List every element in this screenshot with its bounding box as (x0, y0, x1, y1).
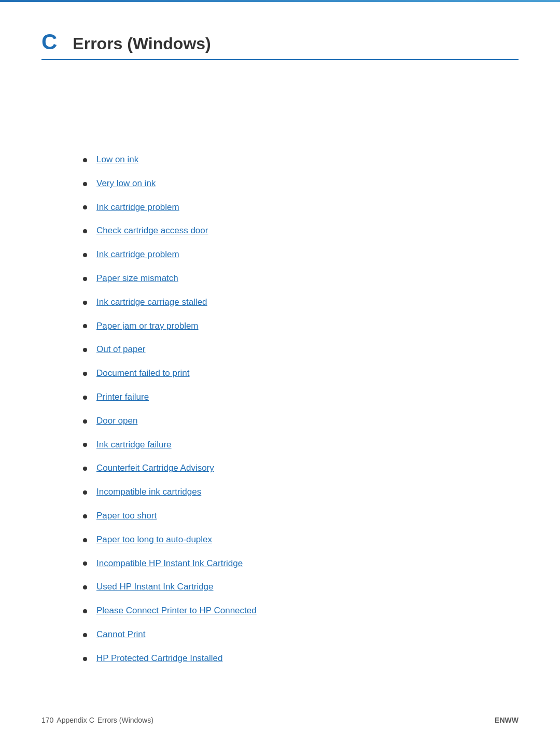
toc-list: Low on inkVery low on inkInk cartridge p… (83, 153, 519, 665)
toc-link-3[interactable]: Ink cartridge problem (96, 201, 179, 214)
list-item: Cannot Print (83, 628, 519, 641)
footer-left: 170 Appendix C Errors (Windows) (41, 716, 153, 724)
bullet-icon (83, 657, 87, 661)
top-border (0, 0, 560, 2)
toc-link-16[interactable]: Paper too short (96, 510, 157, 522)
list-item: Printer failure (83, 391, 519, 403)
bullet-icon (83, 205, 87, 209)
list-item: Ink cartridge problem (83, 248, 519, 261)
bullet-icon (83, 561, 87, 566)
toc-link-5[interactable]: Ink cartridge problem (96, 248, 179, 261)
bullet-icon (83, 301, 87, 305)
bullet-icon (83, 514, 87, 518)
bullet-icon (83, 324, 87, 328)
toc-link-12[interactable]: Door open (96, 415, 137, 427)
list-item: Counterfeit Cartridge Advisory (83, 462, 519, 474)
toc-link-17[interactable]: Paper too long to auto-duplex (96, 533, 212, 546)
list-item: Ink cartridge carriage stalled (83, 296, 519, 308)
footer-right-label: ENWW (495, 716, 519, 724)
bullet-icon (83, 253, 87, 257)
toc-link-19[interactable]: Used HP Instant Ink Cartridge (96, 581, 214, 593)
bullet-icon (83, 538, 87, 542)
chapter-letter: C (41, 31, 57, 53)
toc-link-2[interactable]: Very low on ink (96, 177, 156, 190)
toc-link-22[interactable]: HP Protected Cartridge Installed (96, 652, 222, 665)
toc-link-10[interactable]: Document failed to print (96, 367, 190, 379)
list-item: Out of paper (83, 343, 519, 356)
list-item: Door open (83, 415, 519, 427)
content-area: C Errors (Windows) Low on inkVery low on… (0, 0, 560, 728)
footer-appendix-label: Appendix C (57, 716, 94, 724)
toc-link-11[interactable]: Printer failure (96, 391, 149, 403)
list-item: Ink cartridge problem (83, 201, 519, 214)
page-footer: 170 Appendix C Errors (Windows) ENWW (0, 716, 560, 724)
list-item: Used HP Instant Ink Cartridge (83, 581, 519, 593)
list-item: Incompatible HP Instant Ink Cartridge (83, 557, 519, 570)
list-item: Incompatible ink cartridges (83, 486, 519, 498)
list-item: Paper jam or tray problem (83, 320, 519, 332)
toc-link-1[interactable]: Low on ink (96, 153, 138, 166)
bullet-icon (83, 585, 87, 589)
list-item: HP Protected Cartridge Installed (83, 652, 519, 665)
list-item: Check cartridge access door (83, 224, 519, 237)
list-item: Paper too short (83, 510, 519, 522)
toc-link-13[interactable]: Ink cartridge failure (96, 439, 172, 451)
bullet-icon (83, 348, 87, 352)
list-item: Paper too long to auto-duplex (83, 533, 519, 546)
list-item: Very low on ink (83, 177, 519, 190)
toc-link-20[interactable]: Please Connect Printer to HP Connected (96, 605, 257, 617)
list-item: Document failed to print (83, 367, 519, 379)
bullet-icon (83, 490, 87, 495)
bullet-icon (83, 396, 87, 400)
toc-link-7[interactable]: Ink cartridge carriage stalled (96, 296, 207, 308)
list-item: Please Connect Printer to HP Connected (83, 605, 519, 617)
toc-link-14[interactable]: Counterfeit Cartridge Advisory (96, 462, 214, 474)
list-item: Low on ink (83, 153, 519, 166)
bullet-icon (83, 467, 87, 471)
bullet-icon (83, 277, 87, 281)
bullet-icon (83, 609, 87, 613)
footer-section-label: Errors (Windows) (97, 716, 153, 724)
bullet-icon (83, 372, 87, 376)
toc-link-15[interactable]: Incompatible ink cartridges (96, 486, 201, 498)
toc-link-18[interactable]: Incompatible HP Instant Ink Cartridge (96, 557, 243, 570)
toc-link-8[interactable]: Paper jam or tray problem (96, 320, 199, 332)
bullet-icon (83, 158, 87, 162)
bullet-icon (83, 633, 87, 637)
toc-link-6[interactable]: Paper size mismatch (96, 272, 178, 285)
bullet-icon (83, 229, 87, 233)
list-item: Ink cartridge failure (83, 439, 519, 451)
bullet-icon (83, 419, 87, 424)
bullet-icon (83, 443, 87, 447)
chapter-title: Errors (Windows) (73, 35, 211, 52)
toc-link-21[interactable]: Cannot Print (96, 628, 146, 641)
bullet-icon (83, 182, 87, 186)
page-number: 170 (41, 716, 53, 724)
chapter-header: C Errors (Windows) (41, 31, 519, 60)
list-item: Paper size mismatch (83, 272, 519, 285)
toc-link-9[interactable]: Out of paper (96, 343, 146, 356)
page-container: C Errors (Windows) Low on inkVery low on… (0, 0, 560, 745)
toc-link-4[interactable]: Check cartridge access door (96, 224, 208, 237)
